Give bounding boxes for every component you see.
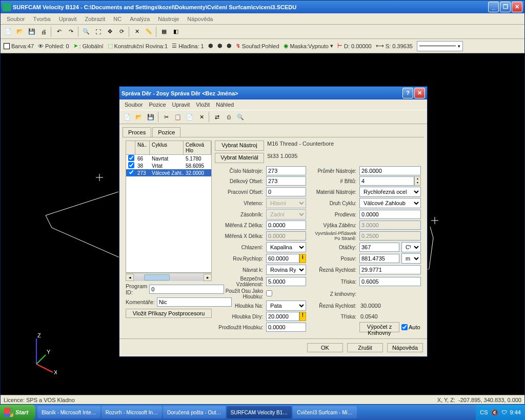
prop-sourad[interactable]: ↯Souřad:Pohled [236,43,279,49]
rotate-icon[interactable]: ⟳ [116,26,127,37]
fit-icon[interactable]: ⛶ [92,26,104,37]
prumer-input[interactable] [359,166,421,175]
otacky-unit-select[interactable]: CW [401,242,421,252]
posuv-input[interactable] [359,254,399,263]
prodl-input[interactable] [266,323,306,332]
table-row[interactable]: 38 Vrtat 58.6095 [126,162,211,169]
druh-cyklu-select[interactable]: Válcové Zahloub [359,198,421,208]
vybrat-nastroj-button[interactable]: Vybrat Nástroj [215,141,264,151]
dlg-copy-icon[interactable]: 📋 [172,111,184,123]
scroll-left-icon[interactable]: ◂ [126,274,134,281]
menu-napoveda[interactable]: Nápověda [183,15,217,23]
linestyle-dropdown[interactable] [417,41,463,51]
start-button[interactable]: Start [0,405,35,420]
tool1-icon[interactable]: ▦ [158,26,170,37]
prop-krovina[interactable]: ⬚Konstrukční Rovina:1 [108,43,168,49]
row-checkbox[interactable] [128,169,134,175]
process-table[interactable]: Ná.. Cyklus Celková Hlo 66 Navrtat 5.178… [126,141,212,273]
vypocet-button[interactable]: Výpočet z Knihovny [359,322,399,332]
row-checkbox[interactable] [128,162,134,168]
prop-cube3[interactable]: ⬢ [227,43,232,49]
mat-nastroje-select[interactable]: Rychlořezná ocel [359,187,421,197]
menu-tvorba[interactable]: Tvorba [29,15,54,23]
dlg-menu-vlozit[interactable]: Vložit [193,101,213,109]
dlg-menu-nahled[interactable]: Náhled [213,101,237,109]
otacky-input[interactable] [359,243,399,252]
napoveda-button[interactable]: Nápověda [387,343,423,352]
minimize-button[interactable]: _ [488,2,499,12]
prop-d[interactable]: ⊢D: 0.00000 [337,43,372,49]
redo-icon[interactable]: ↷ [65,26,76,37]
bezp-input[interactable] [266,277,306,286]
dlg-tool1-icon[interactable]: ⇄ [211,111,223,123]
prodleva-input[interactable] [359,210,421,219]
tray-icon[interactable]: 🔇 [491,409,498,416]
triska-input[interactable] [359,277,421,286]
tab-pozice[interactable]: Pozice [152,127,180,137]
prop-barva[interactable]: Barva:47 [4,43,34,49]
table-h-scrollbar[interactable]: ◂ ▸ [126,273,212,281]
taskbar-item[interactable]: Blaník - Microsoft Inte… [37,406,100,418]
dlg-paste-icon[interactable]: 📄 [184,111,195,123]
hloubka-na-select[interactable]: Pata [266,301,306,311]
ok-button[interactable]: OK [307,343,343,352]
prop-cube2[interactable]: ⬢ [217,43,223,49]
prac-ofset-input[interactable] [266,187,306,196]
table-row[interactable]: 66 Navrtat 5.1780 [126,155,211,162]
auto-checkbox[interactable] [401,324,408,330]
clock[interactable]: 9:44 [510,409,521,415]
dlg-cut-icon[interactable]: ✂ [160,111,172,123]
vybrat-material-button[interactable]: Vybrat Materiál [215,153,264,163]
delete-icon[interactable]: ✕ [131,26,143,37]
mz-input[interactable] [266,221,306,230]
dlg-preview-icon[interactable]: 🔍 [235,111,246,123]
rezna-input[interactable] [359,265,421,274]
hloubka-warning-icon[interactable]: ! [299,312,306,321]
dialog-close-button[interactable]: ✕ [414,88,425,98]
rov-warning-icon[interactable]: i [299,254,306,263]
zrusit-button[interactable]: Zrušit [347,343,383,352]
menu-zobrazit[interactable]: Zobrazit [81,15,110,23]
dlg-menu-pozice[interactable]: Pozice [146,101,169,109]
dlg-tool2-icon[interactable]: ⎙ [223,111,234,123]
scroll-right-icon[interactable]: ▸ [204,274,212,281]
dlg-new-icon[interactable]: 📄 [122,111,133,123]
open-icon[interactable]: 📂 [14,26,26,37]
save-icon[interactable]: 💾 [26,26,37,37]
maximize-button[interactable]: ❐ [500,2,511,12]
zoom-icon[interactable]: 🔍 [80,26,92,37]
dlg-menu-soubor[interactable]: Soubor [122,101,146,109]
navrat-select[interactable]: Rovina Rychlop. [266,265,306,275]
prop-maska[interactable]: ◉Maska:Vypnuto▾ [284,43,333,49]
row-checkbox[interactable] [128,155,134,161]
menu-upravit[interactable]: Upravit [55,15,81,23]
taskbar-item[interactable]: Rozvrh - Microsoft In… [102,406,162,418]
dlg-menu-upravit[interactable]: Upravit [169,101,193,109]
dialog-help-button[interactable]: ? [402,88,413,98]
hloubka-diry-input[interactable] [266,312,299,321]
table-row[interactable]: 273 Válcové Zahl.. 32.0000 [126,169,211,176]
prop-hladina[interactable]: ☰Hladina: 1 [172,43,204,49]
rov-input[interactable] [266,254,299,263]
taskbar-item[interactable]: SURFCAM Velocity B1… [227,406,292,418]
prop-s[interactable]: ⟷S: 0.39635 [376,43,413,49]
cislo-nastroje-input[interactable] [266,166,306,175]
taskbar-item[interactable]: Cvičení3 Surfcam - Mi… [293,406,356,418]
vlozit-prikazy-button[interactable]: Vložit Příkazy Postprocesoru [126,309,212,318]
taskbar-item[interactable]: Doručená pošta - Out… [163,406,226,418]
dlg-delete-icon[interactable]: ✕ [196,111,207,123]
prop-cube1[interactable]: ⬢ [208,43,213,49]
system-tray[interactable]: CS 🔇 🛡 9:44 [476,405,525,420]
pouzitosu-checkbox[interactable] [266,290,272,296]
lang-indicator[interactable]: CS [480,409,488,415]
program-id-input[interactable] [149,285,224,294]
prop-global[interactable]: ➤: Globální [73,43,104,49]
new-icon[interactable]: 📄 [3,26,14,37]
menu-analyza[interactable]: Analýza [126,15,154,23]
posuv-unit-select[interactable]: mm/r [401,253,421,264]
dlg-save-icon[interactable]: 💾 [145,111,156,123]
tray-icon[interactable]: 🛡 [501,409,507,415]
tab-proces[interactable]: Proces [123,127,151,137]
dialog-titlebar[interactable]: Správa Děr - 2osy Správa Děr <Bez Jména>… [119,87,427,99]
menu-nc[interactable]: NC [109,15,126,23]
